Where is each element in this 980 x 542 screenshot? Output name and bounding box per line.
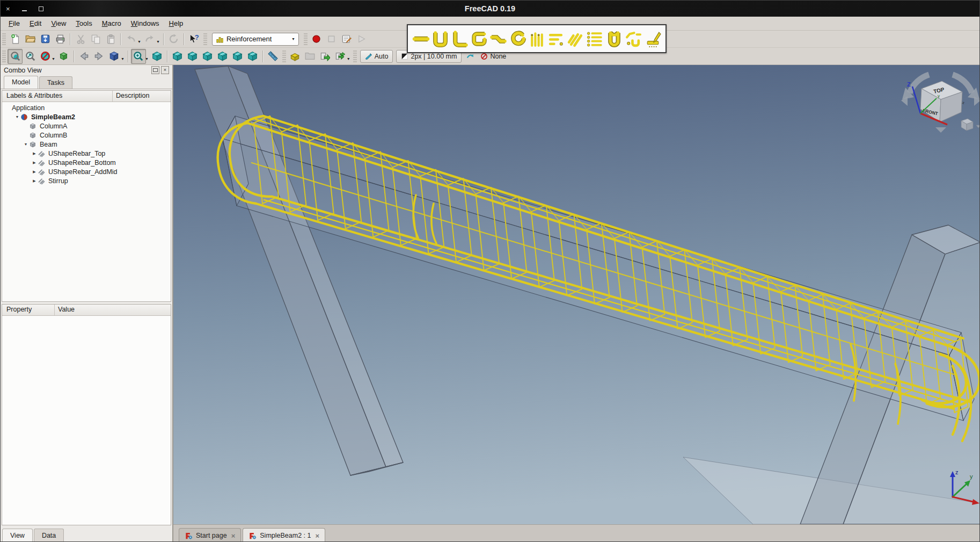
- measure-icon[interactable]: [266, 49, 281, 64]
- 3d-viewport[interactable]: TOP FRONT Z x y: [173, 65, 980, 524]
- record-macro-icon[interactable]: [309, 32, 324, 47]
- dropdown-arrow-icon[interactable]: ▼: [347, 57, 350, 61]
- draw-style-icon[interactable]: [38, 49, 53, 64]
- print-icon[interactable]: [53, 32, 68, 47]
- panel-close-icon[interactable]: ×: [161, 66, 169, 74]
- view-bottom-icon[interactable]: [230, 49, 245, 64]
- property-tab-data[interactable]: Data: [34, 529, 64, 542]
- tab-tasks[interactable]: Tasks: [39, 76, 72, 89]
- tab-close-icon[interactable]: ×: [231, 532, 236, 540]
- nav-forward-icon[interactable]: [92, 49, 107, 64]
- undo-icon[interactable]: [123, 32, 138, 47]
- nav-back-icon[interactable]: [77, 49, 92, 64]
- collapse-arrow-icon[interactable]: ▶: [31, 151, 38, 156]
- menu-view[interactable]: View: [46, 18, 71, 29]
- new-file-icon[interactable]: [8, 32, 23, 47]
- arch-export-icon[interactable]: [318, 49, 333, 64]
- rebar-column-icon[interactable]: [527, 27, 546, 50]
- rebar-slanted-icon[interactable]: [566, 27, 585, 50]
- tree-item-ushaperebar_bottom[interactable]: ▶UShapeRebar_Bottom: [2, 158, 171, 167]
- rebar-beam-icon[interactable]: [546, 27, 566, 50]
- tree-item-columna[interactable]: ColumnA: [2, 121, 171, 131]
- view-isometric-icon[interactable]: [107, 49, 122, 64]
- dropdown-arrow-icon[interactable]: ▼: [137, 40, 141, 44]
- toolbar-handle[interactable]: [2, 50, 6, 62]
- view-right-icon[interactable]: [200, 49, 215, 64]
- rebar-leyshape-icon[interactable]: [488, 27, 508, 50]
- document-tab-simplebeam2-1[interactable]: SimpleBeam2 : 1×: [243, 528, 325, 542]
- toolbar-handle[interactable]: [2, 33, 6, 45]
- fit-all-icon[interactable]: [8, 49, 23, 64]
- dropdown-arrow-icon[interactable]: ▼: [145, 57, 149, 61]
- toolbar-handle[interactable]: [203, 33, 207, 45]
- collapse-arrow-icon[interactable]: ▶: [31, 161, 38, 165]
- redo-icon[interactable]: [142, 32, 157, 47]
- open-folder-icon[interactable]: [23, 32, 38, 47]
- view-front-icon[interactable]: [170, 49, 185, 64]
- arch-share-icon[interactable]: [333, 49, 348, 64]
- tree-item-application[interactable]: Application: [2, 103, 171, 112]
- workbench-selector[interactable]: Reinforcement▼: [212, 33, 299, 46]
- fit-selection-icon[interactable]: [23, 49, 38, 64]
- view-top-icon[interactable]: [185, 49, 200, 64]
- rebar-footing-icon[interactable]: [585, 27, 604, 50]
- save-icon[interactable]: [38, 32, 53, 47]
- rebar-drawing-icon[interactable]: [643, 27, 662, 50]
- tree-item-stirrup[interactable]: ▶Stirrup: [2, 176, 171, 185]
- menu-windows[interactable]: Windows: [126, 18, 164, 29]
- view-rear-icon[interactable]: [215, 49, 230, 64]
- panel-float-icon[interactable]: [151, 66, 159, 74]
- menu-tools[interactable]: Tools: [71, 18, 97, 29]
- dropdown-arrow-icon[interactable]: ▼: [52, 57, 55, 61]
- toolbar-handle[interactable]: [304, 33, 308, 45]
- dropdown-arrow-icon[interactable]: ▼: [121, 57, 125, 61]
- tab-close-icon[interactable]: ×: [315, 532, 319, 540]
- cut-icon[interactable]: [73, 32, 88, 47]
- snap-none-button[interactable]: None: [477, 53, 509, 60]
- tree-item-beam[interactable]: ▼Beam: [2, 140, 171, 149]
- arch-component-icon[interactable]: [288, 49, 303, 64]
- paste-icon[interactable]: [103, 32, 118, 47]
- rebar-lshape-icon[interactable]: [450, 27, 469, 50]
- rebar-bentshape-icon[interactable]: [469, 27, 488, 50]
- collapse-arrow-icon[interactable]: ▶: [31, 179, 38, 183]
- auto-working-plane-button[interactable]: Auto: [360, 50, 393, 63]
- window-close-icon[interactable]: ×: [6, 5, 10, 12]
- rebar-custom-icon[interactable]: [624, 27, 643, 50]
- window-maximize-icon[interactable]: [39, 6, 43, 11]
- whats-this-icon[interactable]: ?: [187, 32, 202, 47]
- rebar-stirrup-icon[interactable]: [604, 27, 624, 50]
- property-tab-view[interactable]: View: [2, 529, 33, 542]
- expand-arrow-icon[interactable]: ▼: [14, 115, 20, 119]
- window-minimize-icon[interactable]: [22, 10, 27, 11]
- stop-macro-icon[interactable]: [324, 32, 339, 47]
- property-list[interactable]: [2, 316, 171, 525]
- view-axonometric-icon[interactable]: [150, 49, 165, 64]
- menu-help[interactable]: Help: [164, 18, 188, 29]
- dropdown-arrow-icon[interactable]: ▼: [291, 37, 295, 41]
- arch-folder-icon[interactable]: [303, 49, 318, 64]
- rebar-helical-icon[interactable]: [508, 27, 527, 50]
- scene-box-icon[interactable]: [56, 49, 71, 64]
- menu-macro[interactable]: Macro: [97, 18, 126, 29]
- toolbar-handle[interactable]: [282, 50, 286, 62]
- copy-icon[interactable]: [88, 32, 103, 47]
- menu-edit[interactable]: Edit: [25, 18, 46, 29]
- menu-file[interactable]: File: [4, 18, 25, 29]
- play-macro-icon[interactable]: [354, 32, 369, 47]
- expand-arrow-icon[interactable]: ▼: [23, 142, 29, 146]
- view-left-icon[interactable]: [245, 49, 260, 64]
- tree-item-simplebeam2[interactable]: ▼SimpleBeam2: [2, 112, 171, 121]
- refresh-icon[interactable]: [166, 32, 181, 47]
- document-tab-start-page[interactable]: Start page×: [179, 528, 241, 542]
- tree-item-ushaperebar_addmid[interactable]: ▶UShapeRebar_AddMid: [2, 167, 171, 176]
- edit-macro-icon[interactable]: [339, 32, 354, 47]
- toolbar-handle[interactable]: [353, 50, 357, 62]
- tab-model[interactable]: Model: [4, 76, 38, 89]
- rebar-straight-icon[interactable]: [411, 27, 430, 50]
- dropdown-arrow-icon[interactable]: ▼: [156, 40, 160, 44]
- tree-item-columnb[interactable]: ColumnB: [2, 131, 171, 140]
- tree-item-ushaperebar_top[interactable]: ▶UShapeRebar_Top: [2, 149, 171, 158]
- toggle-continue-button[interactable]: [463, 53, 477, 60]
- box-zoom-icon[interactable]: [131, 49, 146, 64]
